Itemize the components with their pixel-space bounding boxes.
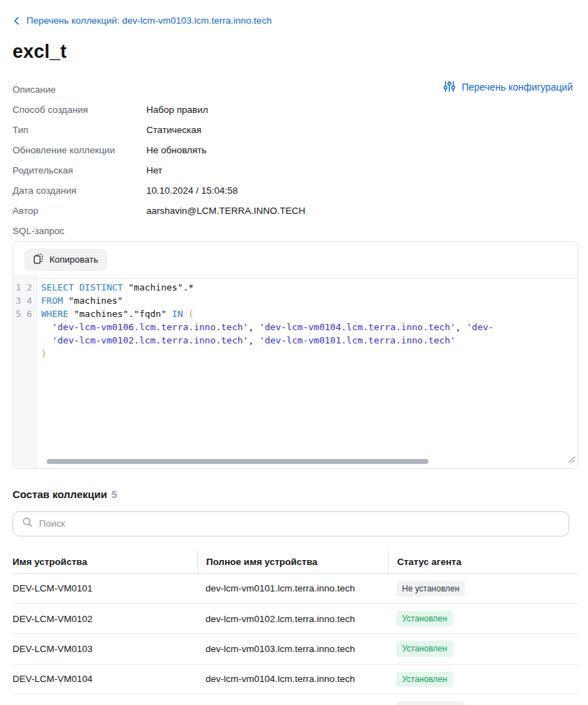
cell-agent-status: Установлен	[388, 634, 578, 663]
status-badge: Не установлен	[396, 581, 465, 596]
cell-device-name: DEV-LCM-VM0104	[13, 667, 197, 691]
sql-query-card: Копировать 1 2 3 4 5 6 SELECT DISTINCT "…	[13, 241, 578, 469]
table-header-row: Имя устройства Полное имя устройства Ста…	[13, 550, 578, 574]
search-input[interactable]	[39, 518, 559, 529]
sql-token-pr: )	[41, 348, 47, 359]
meta-row: Дата создания10.10.2024 / 15:04:58	[13, 180, 577, 201]
meta-row: SQL-запрос	[13, 221, 577, 241]
header-agent-status: Статус агента	[388, 550, 578, 573]
meta-value: aarshavin@LCM.TERRA.INNO.TECH	[146, 206, 305, 216]
meta-label: Способ создания	[13, 104, 146, 115]
header-fqdn: Полное имя устройства	[197, 550, 388, 573]
meta-value: 10.10.2024 / 15:04:58	[146, 185, 238, 196]
meta-label: Описание	[13, 84, 146, 95]
cell-agent-status: Не установлен	[388, 574, 578, 603]
table-row[interactable]: DEV-LCM-VM0103dev-lcm-vm0103.lcm.terra.i…	[13, 634, 578, 664]
sql-token-kw: SELECT DISTINCT	[41, 282, 123, 293]
table-row[interactable]: DEV-LCM-VM0102dev-lcm-vm0102.lcm.terra.i…	[13, 604, 578, 634]
copy-button[interactable]: Копировать	[24, 249, 107, 271]
collection-detail-page: Перечень коллекций: dev-lcm-vm0103.lcm.t…	[0, 0, 588, 705]
cell-device-name: DEV-LCM-VM0101	[13, 576, 197, 601]
configurations-link-label: Перечень конфигураций	[462, 82, 573, 93]
table-body: DEV-LCM-VM0101dev-lcm-vm0101.lcm.terra.i…	[13, 574, 578, 705]
cell-fqdn: dev-lcm-vm0106.lcm.terra.inno.tech	[197, 697, 388, 705]
search-box[interactable]	[13, 511, 569, 536]
device-table: Имя устройства Полное имя устройства Ста…	[13, 550, 578, 705]
collection-count: 5	[111, 488, 117, 500]
status-badge: Установлен	[396, 672, 453, 687]
meta-row: Обновление коллекцииНе обновлять	[13, 140, 577, 160]
cell-fqdn: dev-lcm-vm0103.lcm.terra.inno.tech	[197, 637, 388, 661]
cell-agent-status: Установлен	[388, 604, 578, 633]
meta-row: Способ созданияНабор правил	[13, 100, 577, 120]
sql-token-pl	[41, 322, 52, 332]
meta-label: Обновление коллекции	[13, 145, 146, 155]
status-badge: Установлен	[396, 611, 453, 626]
meta-row: Авторaarshavin@LCM.TERRA.INNO.TECH	[13, 201, 577, 221]
search-icon	[22, 517, 33, 530]
meta-label: Дата создания	[13, 185, 146, 196]
status-badge: Не установлен	[396, 702, 465, 705]
cell-agent-status: Установлен	[388, 665, 578, 694]
breadcrumb[interactable]: Перечень коллекций: dev-lcm-vm0103.lcm.t…	[13, 15, 272, 26]
sql-token-pr: (	[188, 309, 194, 319]
sql-token-str: 'dev-lcm-vm0102.lcm.terra.inno.tech'	[52, 335, 249, 346]
copy-button-label: Копировать	[49, 254, 98, 265]
resize-grip-icon[interactable]	[568, 454, 575, 466]
sql-token-pl	[41, 335, 52, 346]
sql-token-str: 'dev-lcm-vm0101.lcm.terra.inno.tech'	[259, 335, 456, 346]
sql-token-kw: FROM	[41, 295, 63, 306]
sql-token-str: 'dev-lcm-vm0106.lcm.terra.inno.tech'	[52, 322, 249, 332]
chevron-left-icon	[13, 16, 20, 26]
page-title: excl_t	[13, 41, 577, 63]
sql-code: SELECT DISTINCT "machines".* FROM "machi…	[37, 275, 578, 468]
table-row[interactable]: DEV-LCM-VM0106dev-lcm-vm0106.lcm.terra.i…	[13, 695, 578, 705]
cell-device-name: DEV-LCM-VM0103	[13, 637, 197, 661]
sql-token-pl: ,	[456, 322, 467, 332]
cell-fqdn: dev-lcm-vm0101.lcm.terra.inno.tech	[197, 576, 388, 601]
cell-agent-status: Не установлен	[388, 695, 578, 705]
sql-token-pl: ,	[248, 322, 259, 332]
cell-device-name: DEV-LCM-VM0102	[13, 607, 197, 631]
breadcrumb-label: Перечень коллекций: dev-lcm-vm0103.lcm.t…	[26, 15, 272, 26]
sql-card-header: Копировать	[13, 242, 578, 279]
configurations-link[interactable]: Перечень конфигураций	[443, 80, 573, 95]
line-numbers: 1 2 3 4 5 6	[13, 275, 37, 468]
collection-section-title: Состав коллекции5	[13, 488, 577, 500]
meta-label: SQL-запрос	[13, 226, 146, 236]
cell-device-name: DEV-LCM-VM0106	[13, 697, 197, 705]
sql-token-kw: IN	[172, 309, 183, 319]
cell-fqdn: dev-lcm-vm0104.lcm.terra.inno.tech	[197, 667, 388, 691]
sql-token-str: 'dev-	[467, 322, 494, 332]
cell-fqdn: dev-lcm-vm0102.lcm.terra.inno.tech	[197, 607, 388, 631]
table-row[interactable]: DEV-LCM-VM0101dev-lcm-vm0101.lcm.terra.i…	[13, 574, 578, 604]
sql-token-pl: "machines".*	[123, 282, 194, 293]
table-row[interactable]: DEV-LCM-VM0104dev-lcm-vm0104.lcm.terra.i…	[13, 665, 578, 695]
meta-value: Нет	[146, 165, 162, 176]
copy-icon	[33, 254, 43, 266]
sql-token-str: 'dev-lcm-vm0104.lcm.terra.inno.tech'	[259, 322, 456, 332]
meta-label: Автор	[13, 206, 146, 216]
meta-row: ТипСтатическая	[13, 120, 577, 140]
sql-token-pl: "machines"."fqdn"	[68, 309, 172, 319]
meta-section: ОписаниеСпособ созданияНабор правилТипСт…	[13, 79, 577, 241]
meta-label: Родительская	[13, 165, 146, 176]
header-device-name: Имя устройства	[13, 550, 197, 573]
meta-rows: ОписаниеСпособ созданияНабор правилТипСт…	[13, 79, 577, 241]
meta-row: РодительскаяНет	[13, 160, 577, 180]
status-badge: Установлен	[396, 641, 453, 656]
collection-title-text: Состав коллекции	[13, 488, 107, 500]
sql-token-pl: "machines"	[63, 295, 123, 306]
meta-value: Набор правил	[146, 104, 208, 115]
sql-token-kw: WHERE	[41, 309, 68, 319]
horizontal-scrollbar[interactable]	[47, 459, 428, 464]
tune-icon	[443, 80, 456, 95]
sql-token-pl: ,	[248, 335, 259, 346]
sql-code-area[interactable]: 1 2 3 4 5 6 SELECT DISTINCT "machines".*…	[13, 275, 578, 468]
meta-label: Тип	[13, 125, 146, 135]
meta-value: Не обновлять	[146, 145, 206, 155]
meta-value: Статическая	[146, 125, 201, 135]
